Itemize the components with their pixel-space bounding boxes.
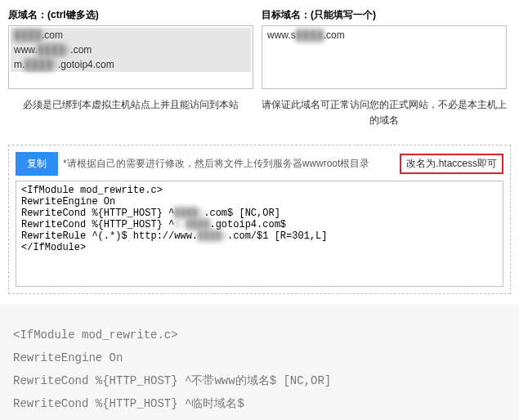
rewrite-panel: 复制 *请根据自己的需要进行修改，然后将文件上传到服务器wwwroot根目录 改… bbox=[8, 145, 511, 294]
target-domain-input[interactable]: www.s████.com bbox=[262, 25, 507, 89]
code-line: <IfModule mod_rewrite.c> bbox=[13, 324, 506, 346]
source-domain-listbox[interactable]: ████.com www.████u.com m.████5.gotoip4.c… bbox=[8, 25, 253, 89]
rewrite-code-textarea[interactable]: <IfModule mod_rewrite.c> RewriteEngine O… bbox=[16, 181, 503, 287]
rename-badge: 改名为.htaccess即可 bbox=[400, 154, 503, 174]
list-item[interactable]: m.████5.gotoip4.com bbox=[11, 57, 251, 72]
target-domain-hint: 请保证此域名可正常访问您的正式网站，不必是本主机上的域名 bbox=[262, 97, 507, 128]
list-item[interactable]: ████.com bbox=[11, 28, 251, 42]
panel-note: *请根据自己的需要进行修改，然后将文件上传到服务器wwwroot根目录 bbox=[63, 157, 369, 171]
code-line: RewriteRule ^(.*)$ http://带www的域名/$1 [R=… bbox=[13, 415, 506, 420]
code-line: RewriteCond %{HTTP_HOST} ^临时域名$ bbox=[13, 392, 506, 415]
source-domain-label: 原域名：(ctrl键多选) bbox=[8, 8, 253, 22]
code-line: RewriteEngine On bbox=[13, 346, 506, 369]
list-item[interactable]: www.████u.com bbox=[11, 42, 251, 57]
target-domain-label: 目标域名：(只能填写一个) bbox=[262, 8, 507, 22]
copy-button[interactable]: 复制 bbox=[16, 152, 58, 176]
source-domain-hint: 必须是已绑到本虚拟主机站点上并且能访问到本站 bbox=[8, 97, 253, 113]
explanation-code-block: <IfModule mod_rewrite.c> RewriteEngine O… bbox=[0, 304, 519, 420]
code-line: RewriteCond %{HTTP_HOST} ^不带www的域名$ [NC,… bbox=[13, 369, 506, 392]
